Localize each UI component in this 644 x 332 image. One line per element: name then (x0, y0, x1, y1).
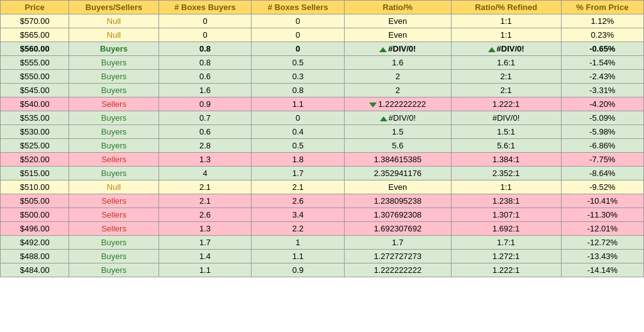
ratio-refined-cell: 1.307:1 (451, 208, 561, 222)
boxes-sellers-cell: 0.4 (252, 125, 345, 139)
boxes-buyers-cell: 0.8 (158, 56, 252, 70)
buyers-sellers-cell: Sellers (69, 222, 158, 236)
ratio-cell: 1.222222222 (345, 263, 452, 277)
ratio-cell: 1.307692308 (345, 208, 452, 222)
boxes-sellers-cell: 3.4 (252, 208, 345, 222)
triangle-up-icon (380, 116, 387, 121)
price-cell: $505.00 (1, 194, 69, 208)
buyers-sellers-cell: Buyers (69, 167, 158, 180)
boxes-sellers-cell: 2.1 (252, 180, 345, 194)
boxes-sellers-cell: 1 (252, 236, 345, 250)
header-boxes-buyers: # Boxes Buyers (158, 1, 252, 14)
buyers-sellers-cell: Buyers (69, 250, 158, 263)
triangle-down-icon (369, 102, 377, 108)
ratio-refined-cell: #DIV/0! (451, 42, 561, 56)
boxes-buyers-cell: 0 (158, 14, 252, 28)
from-price-cell: -13.43% (561, 250, 643, 263)
buyers-sellers-cell: Sellers (69, 194, 158, 208)
boxes-buyers-cell: 1.1 (158, 263, 252, 277)
ratio-cell: 1.272727273 (345, 250, 452, 263)
boxes-sellers-cell: 0 (252, 28, 345, 42)
price-cell: $530.00 (1, 125, 69, 139)
boxes-buyers-cell: 4 (158, 167, 252, 180)
from-price-cell: -14.14% (561, 263, 643, 277)
boxes-sellers-cell: 0.3 (252, 70, 345, 84)
buyers-sellers-cell: Buyers (69, 263, 158, 277)
boxes-buyers-cell: 0.8 (158, 42, 252, 56)
from-price-cell: -4.20% (561, 97, 643, 111)
ratio-cell: 1.7 (345, 236, 452, 250)
price-cell: $545.00 (1, 84, 69, 97)
price-cell: $540.00 (1, 97, 69, 111)
boxes-buyers-cell: 0.9 (158, 97, 252, 111)
ratio-refined-cell: 1.238:1 (451, 194, 561, 208)
buyers-sellers-cell: Buyers (69, 84, 158, 97)
boxes-sellers-cell: 1.1 (252, 97, 345, 111)
ratio-refined-cell: 2:1 (451, 70, 561, 84)
boxes-buyers-cell: 1.7 (158, 236, 252, 250)
ratio-cell: #DIV/0! (345, 42, 452, 56)
from-price-cell: -5.09% (561, 111, 643, 125)
boxes-sellers-cell: 0 (252, 111, 345, 125)
buyers-sellers-cell: Buyers (69, 56, 158, 70)
header-ratio: Ratio/% (345, 1, 452, 14)
ratio-cell: #DIV/0! (345, 111, 452, 125)
price-cell: $492.00 (1, 236, 69, 250)
buyers-sellers-cell: Buyers (69, 111, 158, 125)
boxes-buyers-cell: 0.7 (158, 111, 252, 125)
price-cell: $515.00 (1, 167, 69, 180)
from-price-cell: -12.01% (561, 222, 643, 236)
boxes-sellers-cell: 0.5 (252, 56, 345, 70)
header-ratio-refined: Ratio/% Refined (451, 1, 561, 14)
price-cell: $488.00 (1, 250, 69, 263)
ratio-refined-cell: #DIV/0! (451, 111, 561, 125)
buyers-sellers-cell: Sellers (69, 153, 158, 167)
price-cell: $555.00 (1, 56, 69, 70)
boxes-sellers-cell: 2.2 (252, 222, 345, 236)
ratio-cell: 2.352941176 (345, 167, 452, 180)
from-price-cell: -6.86% (561, 139, 643, 153)
boxes-sellers-cell: 2.6 (252, 194, 345, 208)
ratio-cell: Even (345, 180, 452, 194)
ratio-refined-cell: 1.384:1 (451, 153, 561, 167)
ratio-refined-cell: 1.222:1 (451, 97, 561, 111)
price-cell: $525.00 (1, 139, 69, 153)
boxes-sellers-cell: 0.5 (252, 139, 345, 153)
from-price-cell: 0.23% (561, 28, 643, 42)
boxes-sellers-cell: 1.8 (252, 153, 345, 167)
boxes-buyers-cell: 1.3 (158, 153, 252, 167)
from-price-cell: -3.31% (561, 84, 643, 97)
boxes-buyers-cell: 2.1 (158, 180, 252, 194)
buyers-sellers-cell: Buyers (69, 139, 158, 153)
boxes-sellers-cell: 0.9 (252, 263, 345, 277)
price-cell: $550.00 (1, 70, 69, 84)
price-cell: $565.00 (1, 28, 69, 42)
ratio-refined-cell: 1.7:1 (451, 236, 561, 250)
triangle-up-icon (379, 47, 387, 52)
ratio-refined-cell: 1.692:1 (451, 222, 561, 236)
ratio-cell: 5.6 (345, 139, 452, 153)
header-buyers-sellers: Buyers/Sellers (69, 1, 158, 14)
from-price-cell: -8.64% (561, 167, 643, 180)
price-cell: $535.00 (1, 111, 69, 125)
boxes-buyers-cell: 0.6 (158, 70, 252, 84)
header-from-price: % From Price (561, 1, 643, 14)
ratio-cell: 1.6 (345, 56, 452, 70)
buyers-sellers-cell: Null (69, 14, 158, 28)
ratio-refined-cell: 1.222:1 (451, 263, 561, 277)
price-cell: $560.00 (1, 42, 69, 56)
boxes-buyers-cell: 2.8 (158, 139, 252, 153)
boxes-sellers-cell: 1.1 (252, 250, 345, 263)
ratio-cell: 1.238095238 (345, 194, 452, 208)
ratio-refined-cell: 1.6:1 (451, 56, 561, 70)
price-cell: $570.00 (1, 14, 69, 28)
boxes-buyers-cell: 2.6 (158, 208, 252, 222)
from-price-cell: -2.43% (561, 70, 643, 84)
buyers-sellers-cell: Sellers (69, 208, 158, 222)
boxes-buyers-cell: 1.3 (158, 222, 252, 236)
ratio-cell: Even (345, 28, 452, 42)
boxes-sellers-cell: 0.8 (252, 84, 345, 97)
triangle-up-icon (488, 47, 496, 52)
price-cell: $510.00 (1, 180, 69, 194)
ratio-refined-cell: 1:1 (451, 180, 561, 194)
